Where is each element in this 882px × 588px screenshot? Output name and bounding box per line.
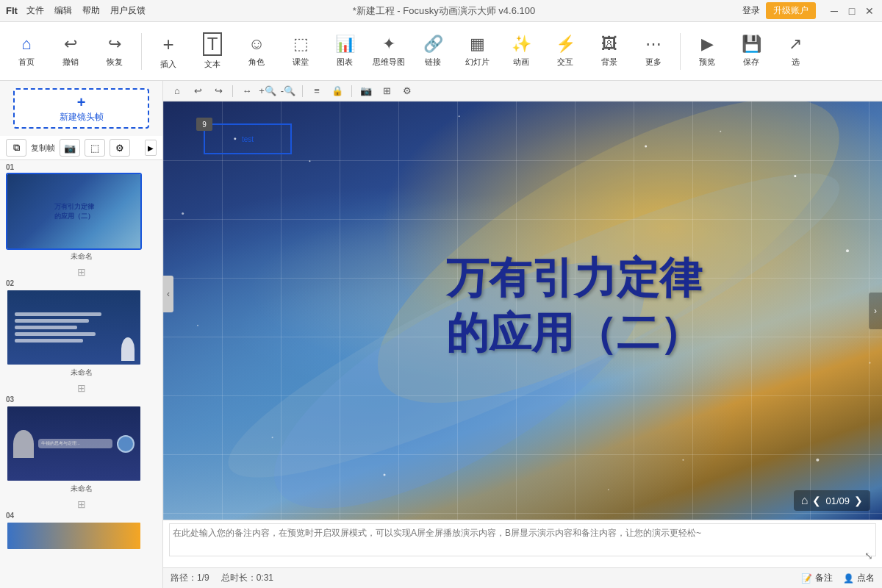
- toolbar-text[interactable]: T 文本: [192, 26, 233, 77]
- ct-undo-button[interactable]: ↩: [190, 83, 206, 99]
- copy-frame-button[interactable]: ⧉: [6, 139, 26, 157]
- frame-grid-button[interactable]: ⬚: [85, 139, 105, 157]
- toolbar-save[interactable]: 💾 保存: [731, 26, 772, 77]
- ct-grid-button[interactable]: ⊞: [379, 83, 395, 99]
- upgrade-button[interactable]: 升级账户: [766, 2, 816, 19]
- separator-icon: ⊞: [77, 266, 86, 278]
- frame-settings-button[interactable]: ⚙: [110, 139, 130, 157]
- plus-icon: +: [77, 94, 86, 111]
- toolbar-preview[interactable]: ▶ 预览: [686, 26, 728, 77]
- toolbar-interact[interactable]: ⚡ 交互: [545, 26, 586, 77]
- panel-toggle-button[interactable]: ‹: [163, 276, 173, 312]
- expand-icon: ⤡: [864, 550, 873, 562]
- nav-next-button[interactable]: ❯: [854, 495, 863, 506]
- slide-thumb-4[interactable]: [6, 521, 142, 551]
- toolbar-redo[interactable]: ↪ 恢复: [94, 26, 135, 77]
- menu-edit[interactable]: 编辑: [54, 4, 72, 17]
- ct-align-button[interactable]: ≡: [309, 83, 325, 99]
- menu-file[interactable]: 文件: [26, 4, 44, 17]
- chevron-left-icon: ▶: [148, 144, 154, 152]
- ct-fit-button[interactable]: ↔: [239, 83, 255, 99]
- undo-icon: ↩: [64, 35, 77, 54]
- notes-input[interactable]: [169, 523, 876, 556]
- close-button[interactable]: ✕: [863, 5, 876, 17]
- ct-camera-button[interactable]: 📷: [358, 83, 374, 99]
- toolbar-home[interactable]: ⌂ 首页: [6, 26, 47, 77]
- point-name-label: 点名: [857, 572, 875, 584]
- notes-expand-button[interactable]: ⤡: [864, 550, 873, 562]
- nav-prev-button[interactable]: ❮: [812, 495, 821, 506]
- toolbar-undo-label: 撤销: [62, 57, 79, 68]
- new-frame-button[interactable]: + 新建镜头帧: [13, 88, 149, 129]
- toolbar-more-label: 更多: [645, 57, 662, 68]
- toolbar-mindmap[interactable]: ✦ 思维导图: [368, 26, 409, 77]
- ct-redo-button[interactable]: ↪: [210, 83, 226, 99]
- fit-icon: ↔: [243, 85, 252, 96]
- slide-thumb-3[interactable]: 牛顿的思考与定理...: [6, 405, 142, 482]
- copy-frame-label: 复制帧: [31, 143, 55, 154]
- panel-collapse-button[interactable]: ▶: [145, 140, 157, 156]
- slide-thumb-2[interactable]: [6, 289, 142, 366]
- figure-icon: [121, 337, 135, 361]
- toolbar-insert[interactable]: + 插入: [148, 26, 189, 77]
- slide-num-1: 01: [6, 163, 157, 171]
- slide-item-4: 04: [6, 512, 157, 551]
- person-figure: [13, 430, 34, 458]
- nav-home-button[interactable]: ⌂: [801, 494, 808, 507]
- page-info: 01/09: [825, 495, 850, 506]
- main-toolbar: ⌂ 首页 ↩ 撤销 ↪ 恢复 + 插入 T 文本 ☺ 角色 ⬚ 课堂 📊 图表 …: [0, 22, 882, 81]
- chevron-icon: ‹: [167, 289, 170, 299]
- settings-ct-icon: ⚙: [403, 85, 412, 96]
- menu-feedback[interactable]: 用户反馈: [110, 4, 146, 17]
- toolbar-slide-label: 幻灯片: [465, 57, 490, 68]
- redo-ct-icon: ↪: [215, 85, 223, 96]
- bg-icon: 🖼: [601, 35, 617, 54]
- slide-thumb-1[interactable]: 万有引力定律的应用（二）: [6, 173, 142, 250]
- status-bar: 路径：1/9 总时长：0:31 📝 备注 👤 点名: [163, 567, 882, 588]
- copy-icon: ⧉: [13, 142, 20, 154]
- toolbar-select[interactable]: ↗ 选: [775, 26, 816, 77]
- toolbar-slide[interactable]: ▦ 幻灯片: [456, 26, 498, 77]
- slide-separator-1: ⊞: [6, 265, 157, 279]
- save-icon: 💾: [742, 35, 761, 54]
- chevron-right-icon: ›: [874, 306, 877, 316]
- toolbar-redo-label: 恢复: [107, 57, 123, 68]
- toolbar-undo[interactable]: ↩ 撤销: [50, 26, 91, 77]
- slide-1-preview-text: 万有引力定律的应用（二）: [54, 202, 94, 220]
- ct-lock-button[interactable]: 🔒: [329, 83, 345, 99]
- maximize-button[interactable]: □: [845, 5, 858, 17]
- screenshot-button[interactable]: 📷: [60, 139, 80, 157]
- toolbar-link-label: 链接: [425, 57, 441, 68]
- toolbar-more[interactable]: ⋯ 更多: [633, 26, 674, 77]
- toolbar-preview-label: 预览: [699, 57, 715, 68]
- toolbar-chart[interactable]: 📊 图表: [324, 26, 365, 77]
- canvas-slide[interactable]: 9 test 万有引力定律 的应用（二） › ⌂ ❮ 01/09 ❯: [163, 101, 882, 520]
- login-button[interactable]: 登录: [742, 4, 760, 17]
- toolbar-anim[interactable]: ✨ 动画: [501, 26, 542, 77]
- toolbar-role[interactable]: ☺ 角色: [236, 26, 277, 77]
- mindmap-icon: ✦: [382, 35, 395, 54]
- minimize-button[interactable]: ─: [828, 5, 841, 17]
- toolbar-bg[interactable]: 🖼 背景: [589, 26, 630, 77]
- point-name-button[interactable]: 👤 点名: [843, 572, 875, 584]
- ct-sep-3: [351, 85, 352, 97]
- preview-icon: ▶: [701, 35, 714, 54]
- ct-zoomin-button[interactable]: +🔍: [259, 83, 276, 99]
- toolbar-interact-label: 交互: [557, 57, 573, 68]
- grid-ct-icon: ⊞: [383, 85, 391, 96]
- right-panel-toggle[interactable]: ›: [869, 293, 882, 329]
- text-icon: T: [203, 32, 223, 56]
- toolbar-chart-label: 图表: [337, 57, 353, 68]
- ct-home-button[interactable]: ⌂: [169, 83, 185, 99]
- slide-item-3: 03 牛顿的思考与定理...: [6, 395, 157, 494]
- menu-help[interactable]: 帮助: [82, 4, 100, 17]
- ct-sep-1: [232, 85, 233, 97]
- annotation-button[interactable]: 📝 备注: [801, 572, 833, 584]
- separator-icon-2: ⊞: [77, 382, 86, 394]
- ct-zoomout-button[interactable]: -🔍: [280, 83, 296, 99]
- separator-icon-3: ⊞: [77, 498, 86, 510]
- toolbar-link[interactable]: 🔗 链接: [412, 26, 453, 77]
- select-icon: ↗: [789, 35, 802, 54]
- ct-settings-button[interactable]: ⚙: [399, 83, 415, 99]
- toolbar-class[interactable]: ⬚ 课堂: [280, 26, 321, 77]
